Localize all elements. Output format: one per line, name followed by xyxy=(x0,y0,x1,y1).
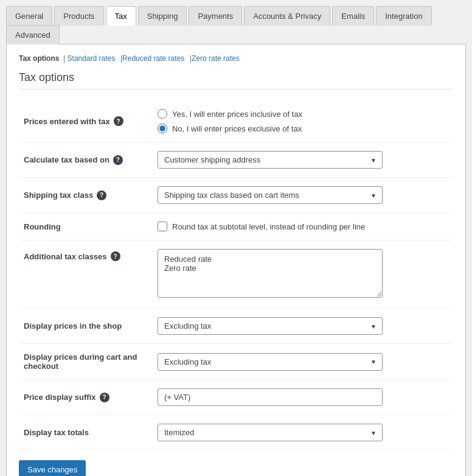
select-display-prices-cart[interactable]: Excluding tax Including tax xyxy=(158,353,383,371)
select-display-tax-totals[interactable]: Itemized As a single total xyxy=(158,424,383,441)
save-button[interactable]: Save changes xyxy=(19,460,86,476)
row-rounding: Rounding Round tax at subtotal level, in… xyxy=(19,213,453,240)
radio-no-exclusive[interactable] xyxy=(158,124,167,133)
select-display-prices-shop[interactable]: Excluding tax Including tax xyxy=(158,317,383,335)
checkbox-option-rounding[interactable]: Round tax at subtotal level, instead of … xyxy=(158,222,448,231)
textarea-additional-tax-classes[interactable]: Reduced rate Zero rate xyxy=(158,249,383,298)
tab-payments[interactable]: Payments xyxy=(189,6,242,26)
radio-option-no-exclusive[interactable]: No, I will enter prices exclusive of tax xyxy=(158,124,448,133)
radio-label-yes-inclusive: Yes, I will enter prices inclusive of ta… xyxy=(172,110,302,119)
radio-yes-inclusive[interactable] xyxy=(158,109,167,119)
select-shipping-tax-class[interactable]: Shipping tax class based on cart items S… xyxy=(158,186,383,204)
row-prices-entered-with-tax: Prices entered with tax ? Yes, I will en… xyxy=(19,100,453,142)
label-display-prices-cart: Display prices during cart and checkout xyxy=(24,352,137,371)
radio-group-prices-entered-with-tax: Yes, I will enter prices inclusive of ta… xyxy=(158,109,448,133)
tab-tax[interactable]: Tax xyxy=(106,6,136,26)
checkbox-rounding[interactable] xyxy=(158,222,167,231)
help-icon-additional-tax-classes[interactable]: ? xyxy=(111,251,120,261)
subnav-zero-rate-rates[interactable]: Zero rate rates xyxy=(192,54,240,63)
help-icon-price-display-suffix[interactable]: ? xyxy=(100,393,109,402)
help-icon-shipping-tax-class[interactable]: ? xyxy=(97,191,106,200)
tab-shipping[interactable]: Shipping xyxy=(138,6,187,26)
page-wrapper: General Products Tax Shipping Payments A… xyxy=(0,0,472,476)
subnav-standard-rates[interactable]: Standard rates xyxy=(68,54,116,63)
row-display-tax-totals: Display tax totals Itemized As a single … xyxy=(19,415,453,450)
label-additional-tax-classes: Additional tax classes xyxy=(24,252,107,261)
select-wrapper-shipping-tax: Shipping tax class based on cart items S… xyxy=(158,186,383,204)
label-display-tax-totals: Display tax totals xyxy=(24,428,89,437)
checkbox-label-rounding: Round tax at subtotal level, instead of … xyxy=(172,222,365,231)
select-wrapper-calculate-tax: Customer shipping address Customer billi… xyxy=(158,151,383,169)
input-price-display-suffix[interactable] xyxy=(158,388,383,406)
subnav-current: Tax options xyxy=(19,54,59,63)
label-calculate-tax-based-on: Calculate tax based on xyxy=(24,155,109,164)
select-calculate-tax-based-on[interactable]: Customer shipping address Customer billi… xyxy=(158,151,383,169)
tab-products[interactable]: Products xyxy=(54,6,103,26)
label-prices-entered-with-tax: Prices entered with tax xyxy=(24,117,110,126)
select-wrapper-display-prices-cart: Excluding tax Including tax ▼ xyxy=(158,353,383,371)
tab-general[interactable]: General xyxy=(6,6,52,26)
label-price-display-suffix: Price display suffix xyxy=(24,393,96,402)
tab-emails[interactable]: Emails xyxy=(332,6,374,26)
sub-nav: Tax options | Standard rates |Reduced ra… xyxy=(19,54,453,63)
tab-integration[interactable]: Integration xyxy=(376,6,431,26)
label-rounding: Rounding xyxy=(24,222,61,231)
row-calculate-tax-based-on: Calculate tax based on ? Customer shippi… xyxy=(19,142,453,178)
row-display-prices-cart: Display prices during cart and checkout … xyxy=(19,344,453,380)
settings-table: Prices entered with tax ? Yes, I will en… xyxy=(19,100,453,450)
section-title: Tax options xyxy=(19,71,453,89)
radio-label-no-exclusive: No, I will enter prices exclusive of tax xyxy=(172,124,302,133)
subnav-reduced-rate-rates[interactable]: Reduced rate rates xyxy=(122,54,184,63)
row-price-display-suffix: Price display suffix ? xyxy=(19,380,453,415)
row-display-prices-shop: Display prices in the shop Excluding tax… xyxy=(19,309,453,344)
label-display-prices-shop: Display prices in the shop xyxy=(24,321,122,331)
help-icon-prices-entered-with-tax[interactable]: ? xyxy=(114,116,123,126)
help-icon-calculate-tax-based-on[interactable]: ? xyxy=(113,155,123,165)
content-area: Tax options | Standard rates |Reduced ra… xyxy=(6,44,466,476)
label-shipping-tax-class: Shipping tax class xyxy=(24,191,93,200)
tab-advanced[interactable]: Advanced xyxy=(6,25,60,44)
select-wrapper-display-prices-shop: Excluding tax Including tax ▼ xyxy=(158,317,383,335)
tab-bar: General Products Tax Shipping Payments A… xyxy=(6,6,466,44)
radio-option-yes-inclusive[interactable]: Yes, I will enter prices inclusive of ta… xyxy=(158,109,448,119)
row-shipping-tax-class: Shipping tax class ? Shipping tax class … xyxy=(19,178,453,213)
select-wrapper-display-tax-totals: Itemized As a single total ▼ xyxy=(158,424,383,441)
tab-accounts-privacy[interactable]: Accounts & Privacy xyxy=(244,6,330,26)
row-additional-tax-classes: Additional tax classes ? Reduced rate Ze… xyxy=(19,240,453,309)
